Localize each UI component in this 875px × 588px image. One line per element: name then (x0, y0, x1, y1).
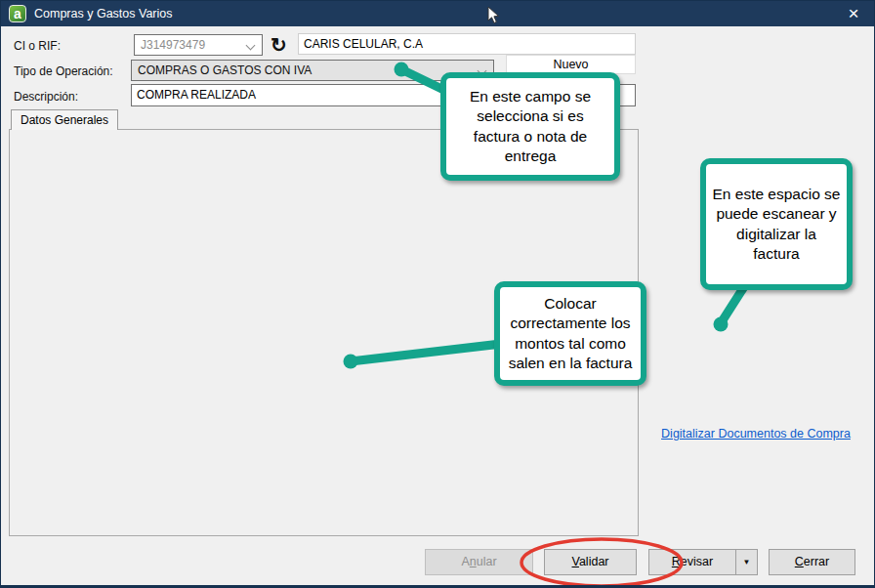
chevron-down-icon (246, 41, 256, 51)
refresh-icon[interactable]: ↻ (271, 33, 287, 57)
nuevo-button[interactable]: Nuevo (506, 55, 636, 74)
validar-accel: V (572, 555, 579, 568)
callout-escanear-factura: En este espacio se puede escanear y digi… (700, 158, 853, 290)
compras-gastos-dialog: a Compras y Gastos Varios × CI o RIF: J3… (0, 0, 875, 588)
anular-button: Anular (425, 549, 533, 575)
ci-rif-value: J314973479 (141, 38, 205, 52)
ci-rif-label: CI o RIF: (14, 39, 61, 53)
tab-label: Datos Generales (21, 113, 108, 127)
tab-datos-generales[interactable]: Datos Generales (11, 109, 118, 130)
callout-text: En este espacio se puede escanear y digi… (712, 185, 841, 264)
ci-rif-combo[interactable]: J314973479 (134, 34, 263, 56)
revisar-label-rest: evisar (681, 555, 713, 568)
digitalizar-documentos-link[interactable]: Digitalizar Documentos de Compra (639, 427, 873, 441)
descripcion-label: Descripción: (14, 90, 78, 104)
validar-button[interactable]: Validar (544, 549, 637, 575)
anular-label: A (461, 555, 469, 568)
nuevo-button-label: Nuevo (553, 58, 588, 71)
revisar-dropdown-arrow[interactable]: ▼ (736, 549, 758, 575)
window-title: Compras y Gastos Varios (34, 7, 172, 21)
callout-montos-factura: Colocar correctamente los montos tal com… (494, 281, 646, 386)
descripcion-value: COMPRA REALIZADA (137, 88, 256, 102)
provider-name-field[interactable]: CARIS CELULAR, C.A (298, 33, 636, 55)
provider-name-value: CARIS CELULAR, C.A (304, 37, 423, 51)
tipo-operacion-value: COMPRAS O GASTOS CON IVA (138, 63, 312, 77)
caret-down-icon: ▼ (743, 558, 751, 567)
callout-text: Colocar correctamente los montos tal com… (506, 294, 635, 373)
validar-label-rest: alidar (579, 555, 609, 568)
tipo-operacion-label: Tipo de Operación: (14, 64, 113, 78)
revisar-button[interactable]: Revisar (648, 549, 736, 575)
callout-text: En este campo se selecciona si es factur… (452, 87, 608, 166)
app-logo-letter: a (14, 6, 21, 21)
titlebar: a Compras y Gastos Varios × (1, 1, 874, 26)
anular-accel: n (470, 555, 477, 568)
app-logo-icon: a (9, 5, 26, 22)
cerrar-accel: C (795, 555, 804, 568)
close-icon[interactable]: × (843, 3, 864, 24)
cerrar-label-rest: errar (804, 555, 829, 568)
callout-tipo-operacion: En este campo se selecciona si es factur… (440, 72, 620, 181)
tipo-operacion-dropdown[interactable]: COMPRAS O GASTOS CON IVA (131, 60, 494, 81)
revisar-accel: R (672, 555, 681, 568)
cerrar-button[interactable]: Cerrar (769, 549, 855, 575)
anular-label-rest: ular (477, 555, 497, 568)
